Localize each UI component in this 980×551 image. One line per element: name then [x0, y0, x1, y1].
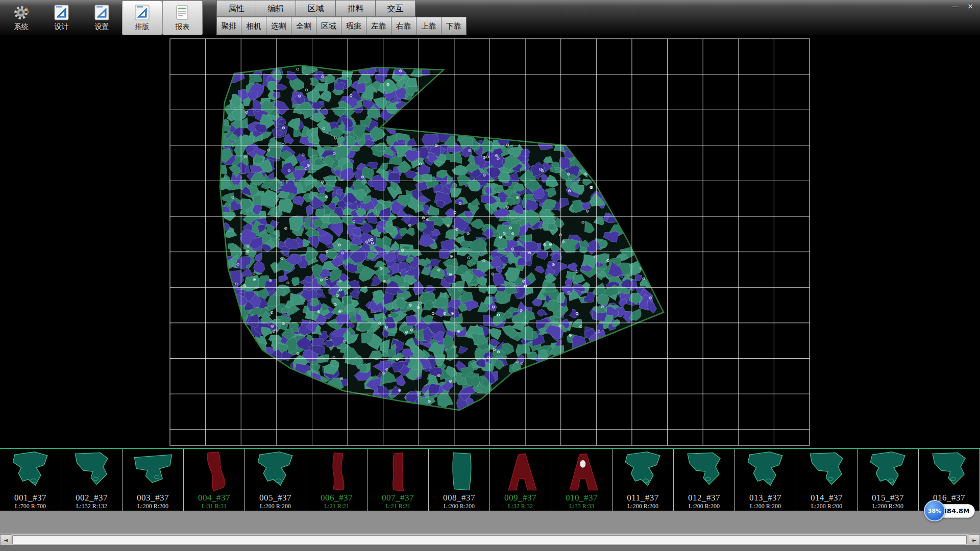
piece-shape-icon [491, 450, 550, 493]
piece-thumbnail-15[interactable]: 015_#37L:200 R:200 [857, 449, 919, 511]
piece-shape-icon [62, 450, 121, 493]
piece-thumbnail-3[interactable]: 003_#37L:200 R:200 [122, 449, 184, 511]
app-button-nesting[interactable]: 排版 [122, 1, 162, 35]
piece-shape-icon [920, 450, 979, 493]
tool-button-1[interactable]: 相机 [241, 17, 266, 35]
piece-lr-count: L:21 R:21 [324, 503, 349, 510]
piece-id-label: 010_#37 [566, 493, 598, 503]
piece-id-label: 005_#37 [259, 493, 291, 503]
piece-shape-icon [736, 450, 795, 493]
piece-shape-icon [307, 450, 366, 493]
piece-shape-icon [797, 450, 856, 493]
menu-tab-1[interactable]: 编辑 [256, 0, 296, 17]
piece-shape-icon [675, 450, 734, 493]
tool-button-2[interactable]: 选割 [266, 17, 291, 35]
piece-shape-icon [859, 450, 918, 493]
app-mode-buttons: 系统设计设置排版报表 [1, 0, 203, 36]
menu-tab-0[interactable]: 属性 [216, 0, 256, 17]
piece-lr-count: L:200 R:200 [444, 503, 475, 510]
piece-thumbnail-8[interactable]: 008_#37L:200 R:200 [429, 449, 490, 511]
piece-thumbnail-12[interactable]: 012_#37L:200 R:200 [674, 449, 735, 511]
piece-thumbnail-6[interactable]: 006_#37L:21 R:21 [306, 449, 368, 511]
piece-id-label: 003_#37 [137, 493, 169, 503]
piece-lr-count: L:200 R:200 [137, 503, 168, 510]
minimize-button[interactable]: — [948, 1, 962, 11]
tool-button-8[interactable]: 上靠 [416, 17, 442, 35]
tool-button-6[interactable]: 左靠 [366, 17, 391, 35]
piece-lr-count: L:200 R:200 [689, 503, 720, 510]
app-button-label: 设置 [95, 22, 109, 32]
app-button-gear[interactable]: 系统 [1, 1, 41, 35]
piece-id-label: 011_#37 [627, 493, 658, 503]
piece-lr-count: L:200 R:200 [872, 503, 903, 510]
menu-tab-3[interactable]: 排料 [336, 0, 376, 17]
app-button-design[interactable]: 设计 [41, 1, 82, 35]
piece-lr-count: L:200 R:200 [750, 503, 781, 510]
piece-id-label: 002_#37 [76, 493, 108, 503]
piece-id-label: 008_#37 [443, 493, 475, 503]
progress-value: 38% [928, 508, 941, 514]
nesting-icon [134, 4, 151, 21]
design-icon [53, 4, 70, 21]
window-controls: — × [948, 1, 977, 11]
tool-button-3[interactable]: 全割 [291, 17, 316, 35]
piece-thumbnail-10[interactable]: 010_#37L:33 R:33 [551, 449, 612, 511]
top-ribbon: 系统设计设置排版报表 属性编辑区域排料交互 聚排相机选割全割区域瑕疵左靠右靠上靠… [0, 0, 980, 36]
piece-shape-icon [552, 450, 611, 493]
menu-tab-bar: 属性编辑区域排料交互 [216, 0, 415, 17]
close-button[interactable]: × [964, 1, 977, 11]
tool-button-bar: 聚排相机选割全割区域瑕疵左靠右靠上靠下靠 [216, 17, 467, 36]
scroll-right-button[interactable]: ► [969, 534, 980, 545]
nesting-canvas[interactable] [0, 36, 980, 448]
app-button-settings[interactable]: 设置 [82, 1, 122, 35]
piece-shape-icon [185, 450, 244, 493]
horizontal-scrollbar[interactable]: ◄ ► [0, 534, 980, 545]
settings-icon [93, 4, 111, 21]
memory-usage-value: 384.8M [942, 507, 970, 515]
piece-thumbnail-5[interactable]: 005_#37L:200 R:200 [245, 449, 306, 511]
report-icon [174, 4, 191, 21]
progress-indicator: 38% [924, 500, 945, 521]
tool-button-4[interactable]: 区域 [316, 17, 341, 35]
menu-tab-2[interactable]: 区域 [296, 0, 336, 17]
piece-thumbnail-14[interactable]: 014_#37L:200 R:200 [796, 449, 857, 511]
app-button-label: 报表 [176, 22, 190, 32]
piece-lr-count: L:200 R:200 [627, 503, 658, 510]
piece-shape-icon [1, 450, 60, 493]
piece-lr-count: L:200 R:200 [260, 503, 291, 510]
scroll-left-button[interactable]: ◄ [0, 534, 11, 545]
piece-id-label: 006_#37 [321, 493, 353, 503]
piece-id-label: 004_#37 [198, 493, 230, 503]
piece-id-label: 012_#37 [688, 493, 720, 503]
window-bottom-edge [0, 545, 980, 551]
piece-thumbnail-7[interactable]: 007_#37L:21 R:21 [368, 449, 429, 511]
piece-thumbnail-11[interactable]: 011_#37L:200 R:200 [612, 449, 674, 511]
tool-button-5[interactable]: 瑕疵 [341, 17, 366, 35]
piece-lr-count: L:21 R:21 [385, 503, 410, 510]
piece-lr-count: L:700 R:700 [15, 503, 46, 510]
piece-id-label: 013_#37 [749, 493, 781, 503]
piece-id-label: 015_#37 [872, 493, 904, 503]
footer-background [0, 511, 980, 534]
tool-button-7[interactable]: 右靠 [391, 17, 416, 35]
piece-thumbnail-13[interactable]: 013_#37L:200 R:200 [735, 449, 796, 511]
scrollbar-thumb[interactable] [12, 535, 967, 544]
menu-tab-4[interactable]: 交互 [376, 0, 415, 17]
app-button-label: 系统 [14, 22, 29, 32]
tool-button-0[interactable]: 聚排 [216, 17, 241, 35]
app-button-report[interactable]: 报表 [162, 1, 203, 35]
piece-thumbnail-2[interactable]: 002_#37L:132 R:132 [61, 449, 122, 511]
piece-id-label: 014_#37 [811, 493, 843, 503]
nesting-layout-drawing [0, 36, 980, 448]
piece-shape-icon [246, 450, 305, 493]
piece-thumbnail-9[interactable]: 009_#37L:32 R:32 [490, 449, 551, 511]
tool-button-9[interactable]: 下靠 [442, 17, 467, 35]
piece-id-label: 007_#37 [382, 493, 414, 503]
piece-thumbnail-1[interactable]: 001_#37L:700 R:700 [0, 449, 61, 511]
piece-lr-count: L:132 R:132 [76, 503, 107, 510]
piece-lr-count: L:200 R:200 [811, 503, 842, 510]
app-button-label: 设计 [55, 22, 69, 32]
gear-icon [13, 4, 30, 21]
piece-thumbnail-4[interactable]: 004_#37L:31 R:31 [184, 449, 245, 511]
piece-lr-count: L:33 R:33 [569, 503, 594, 510]
